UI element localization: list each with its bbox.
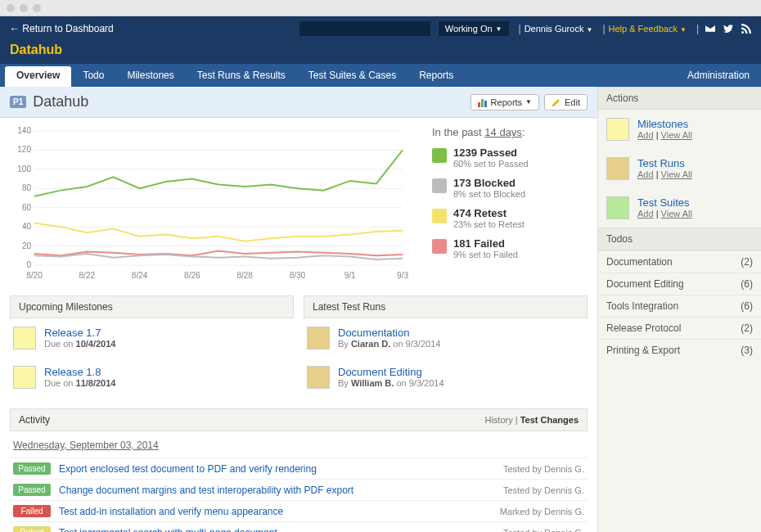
action-item: Test Runs Add | View All: [598, 149, 761, 188]
todo-row[interactable]: Documentation(2): [598, 250, 761, 273]
action-link[interactable]: Milestones: [637, 118, 692, 130]
user-menu[interactable]: Dennis Gurock ▼: [525, 24, 593, 34]
svg-text:100: 100: [17, 165, 31, 174]
activity-link[interactable]: Change document margins and test interop…: [59, 485, 495, 496]
todo-count: (6): [741, 278, 753, 290]
legend-period-link[interactable]: 14 days: [484, 126, 522, 138]
todo-row[interactable]: Tools Integration(6): [598, 295, 761, 317]
nav-admin-link[interactable]: Administration: [676, 64, 761, 87]
separator: |: [602, 23, 605, 34]
reports-dropdown-button[interactable]: Reports ▼: [471, 94, 539, 110]
svg-text:40: 40: [22, 222, 32, 231]
panel-header: Upcoming Milestones: [10, 295, 294, 318]
minimize-dot[interactable]: [20, 4, 28, 12]
milestone-due: Due on 10/4/2014: [44, 339, 115, 349]
action-view-all-link[interactable]: View All: [661, 130, 692, 140]
todo-count: (2): [741, 256, 753, 268]
panel-header: Latest Test Runs: [304, 295, 588, 318]
zoom-dot[interactable]: [33, 4, 41, 12]
activity-row: Failed Test add-in installation and veri…: [10, 500, 588, 521]
todo-count: (6): [741, 300, 753, 312]
milestone-item: Release 1.7 Due on 10/4/2014: [10, 318, 294, 358]
test-run-by: By Ciaran D. on 9/3/2014: [338, 339, 440, 349]
edit-button[interactable]: Edit: [544, 94, 588, 110]
site-title-row: Datahub: [0, 41, 761, 64]
working-on-dropdown[interactable]: Working On ▼: [439, 21, 509, 36]
activity-date: Wednesday, September 03, 2014: [13, 440, 584, 451]
svg-text:9/1: 9/1: [344, 271, 356, 280]
svg-text:8/22: 8/22: [79, 271, 96, 280]
activity-link[interactable]: Test add-in installation and verify menu…: [59, 506, 492, 517]
nav-tabs: OverviewTodoMilestonesTest Runs & Result…: [0, 64, 761, 87]
bar-chart-icon: [478, 97, 488, 107]
test-run-link[interactable]: Document Editing: [338, 366, 444, 378]
rss-icon[interactable]: [741, 24, 751, 34]
nav-tab-reports[interactable]: Reports: [408, 64, 465, 87]
todo-row[interactable]: Release Protocol(2): [598, 317, 761, 339]
activity-chart: 0204060801001201408/208/228/248/268/288/…: [10, 126, 422, 284]
action-item: Test Suites Add | View All: [598, 188, 761, 228]
topbar: ← Return to Dashboard Working On ▼ | Den…: [0, 16, 761, 41]
test-run-by: By William B. on 9/3/2014: [338, 378, 444, 388]
svg-text:80: 80: [22, 183, 32, 192]
activity-test-changes-link[interactable]: Test Changes: [520, 415, 579, 425]
action-add-link[interactable]: Add: [637, 169, 654, 179]
chevron-down-icon: ▼: [496, 25, 502, 33]
chevron-down-icon: ▼: [525, 98, 532, 106]
activity-link[interactable]: Test incremental search with multi-page …: [59, 527, 495, 533]
test-run-item: Documentation By Ciaran D. on 9/3/2014: [304, 318, 588, 358]
legend-sub: 23% set to Retest: [453, 219, 525, 229]
page-header: P1 Datahub Reports ▼ Edit: [0, 87, 597, 118]
legend-item: 181 Failed 9% set to Failed: [432, 237, 588, 259]
action-link[interactable]: Test Suites: [637, 196, 692, 209]
svg-rect-2: [484, 101, 487, 107]
milestone-link[interactable]: Release 1.8: [44, 366, 115, 378]
chevron-down-icon: ▼: [586, 26, 592, 34]
svg-rect-1: [481, 99, 484, 107]
activity-by: Tested by Dennis G.: [503, 485, 584, 495]
action-view-all-link[interactable]: View All: [661, 209, 692, 219]
item-swatch: [307, 366, 330, 389]
search-wrap: [299, 21, 430, 36]
sidebar: Actions Milestones Add | View All Test R…: [597, 87, 761, 532]
twitter-icon[interactable]: [723, 24, 733, 34]
mail-icon[interactable]: [705, 24, 715, 34]
search-input[interactable]: [299, 21, 430, 36]
action-view-all-link[interactable]: View All: [661, 169, 692, 179]
svg-text:8/26: 8/26: [184, 271, 200, 280]
nav-tab-milestones[interactable]: Milestones: [115, 64, 185, 87]
todo-label: Tools Integration: [606, 300, 678, 312]
status-badge: Retest: [13, 526, 51, 532]
nav-tab-todo[interactable]: Todo: [71, 64, 115, 87]
action-swatch: [606, 118, 629, 141]
nav-tab-test-suites-cases[interactable]: Test Suites & Cases: [297, 64, 408, 87]
legend-sub: 8% set to Blocked: [453, 189, 525, 199]
svg-rect-0: [478, 102, 480, 107]
latest-test-runs-panel: Latest Test Runs Documentation By Ciaran…: [304, 295, 588, 397]
activity-row: Passed Change document margins and test …: [10, 479, 588, 500]
legend-title: In the past 14 days:: [432, 126, 588, 138]
legend-swatch: [432, 178, 447, 193]
main-content: P1 Datahub Reports ▼ Edit 02040608010012…: [0, 87, 597, 532]
activity-link[interactable]: Export enclosed test document to PDF and…: [59, 463, 495, 475]
action-add-link[interactable]: Add: [637, 209, 654, 219]
todo-row[interactable]: Printing & Export(3): [598, 339, 761, 361]
test-run-item: Document Editing By William B. on 9/3/20…: [304, 358, 588, 397]
todo-row[interactable]: Document Editing(6): [598, 273, 761, 295]
svg-text:60: 60: [22, 203, 32, 212]
action-add-link[interactable]: Add: [637, 130, 654, 140]
activity-history-link[interactable]: History: [484, 415, 512, 425]
milestone-link[interactable]: Release 1.7: [44, 327, 115, 339]
legend-count: 1239 Passed: [453, 147, 529, 159]
todo-label: Document Editing: [606, 278, 684, 290]
close-dot[interactable]: [7, 4, 15, 12]
item-swatch: [13, 366, 36, 389]
nav-tab-overview[interactable]: Overview: [5, 66, 71, 87]
return-to-dashboard-link[interactable]: ← Return to Dashboard: [10, 23, 114, 34]
separator: |: [519, 23, 521, 34]
test-run-link[interactable]: Documentation: [338, 327, 440, 339]
nav-tab-test-runs-results[interactable]: Test Runs & Results: [186, 64, 297, 87]
action-link[interactable]: Test Runs: [637, 157, 692, 169]
help-feedback-dropdown[interactable]: Help & Feedback ▼: [609, 24, 687, 34]
svg-text:140: 140: [17, 126, 31, 135]
